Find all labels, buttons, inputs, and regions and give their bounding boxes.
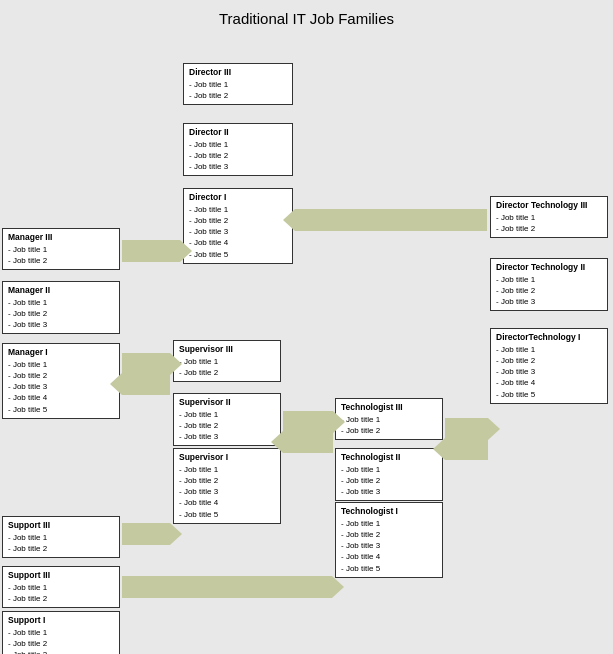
arrow-support-ii-to-technologist <box>122 576 332 598</box>
arrow-dir-tech-to-technologist <box>445 438 488 460</box>
box-supervisor-iii: Supervisor III - Job title 1 - Job title… <box>173 340 281 382</box>
box-manager-i: Manager I - Job title 1 - Job title 2 - … <box>2 343 120 419</box>
box-supervisor-i: Supervisor I - Job title 1 - Job title 2… <box>173 448 281 524</box>
arrow-supervisor-ii-to-technologist <box>283 411 333 433</box>
box-manager-ii: Manager II - Job title 1 - Job title 2 -… <box>2 281 120 334</box>
page-title: Traditional IT Job Families <box>0 0 613 33</box>
box-director-tech-i: DirectorTechnology I - Job title 1 - Job… <box>490 328 608 404</box>
box-director-ii: Director II - Job title 1 - Job title 2 … <box>183 123 293 176</box>
arrow-technologist-to-supervisor <box>283 431 333 453</box>
arrow-technologist-ii-to-dir-tech <box>445 418 488 440</box>
arrow-supervisor-i-to-manager-i <box>122 373 170 395</box>
box-technologist-iii: Technologist III - Job title 1 - Job tit… <box>335 398 443 440</box>
box-director-tech-ii: Director Technology II - Job title 1 - J… <box>490 258 608 311</box>
arrow-director-i-to-tech <box>295 209 487 231</box>
box-supervisor-ii: Supervisor II - Job title 1 - Job title … <box>173 393 281 446</box>
box-support-ii: Support III - Job title 1 - Job title 2 <box>2 566 120 608</box>
box-technologist-ii: Technologist II - Job title 1 - Job titl… <box>335 448 443 501</box>
box-support-i: Support I - Job title 1 - Job title 2 - … <box>2 611 120 654</box>
box-technologist-i: Technologist I - Job title 1 - Job title… <box>335 502 443 578</box>
box-manager-iii: Manager III - Job title 1 - Job title 2 <box>2 228 120 270</box>
box-director-iii: Director III - Job title 1 - Job title 2 <box>183 63 293 105</box>
arrow-manager-i-to-supervisor <box>122 353 170 375</box>
arrow-support-iii-to-supervisor <box>122 523 170 545</box>
arrow-manager-iii-to-director-i <box>122 240 180 262</box>
box-director-i: Director I - Job title 1 - Job title 2 -… <box>183 188 293 264</box>
box-support-iii: Support III - Job title 1 - Job title 2 <box>2 516 120 558</box>
box-director-tech-iii: Director Technology III - Job title 1 - … <box>490 196 608 238</box>
diagram: Director III - Job title 1 - Job title 2… <box>0 33 613 653</box>
